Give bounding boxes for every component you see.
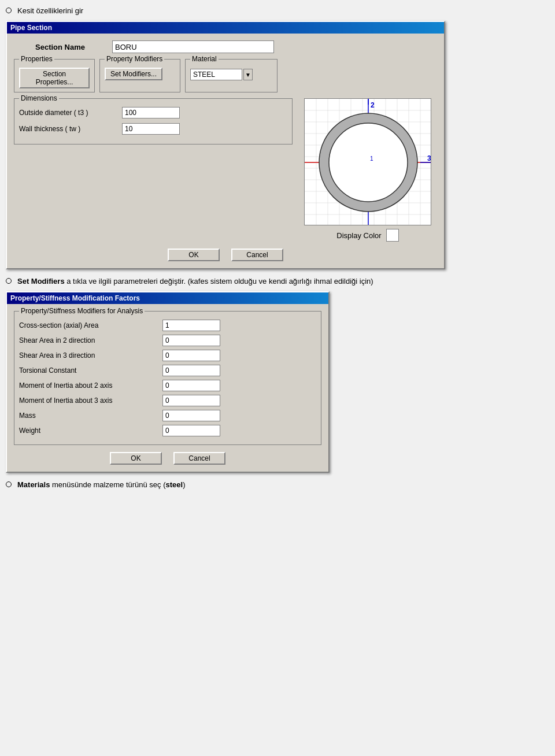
section-name-label: Section Name xyxy=(14,43,106,51)
pipe-dialog-body: Section Name Properties Section Properti… xyxy=(7,34,444,268)
cross-section-svg: 3 2 1 xyxy=(305,99,431,225)
stiff-input-0[interactable] xyxy=(162,320,220,331)
stiff-row-5: Moment of Inertia about 3 axis xyxy=(19,395,316,406)
svg-text:1: 1 xyxy=(370,155,373,162)
stiff-row-3: Torsional Constant xyxy=(19,365,316,376)
stiff-label-4: Moment of Inertia about 2 axis xyxy=(19,381,158,390)
properties-group-title: Properties xyxy=(19,55,54,63)
dimensions-group: Dimensions Outside diameter ( t3 ) Wall … xyxy=(14,98,293,144)
stiff-label-6: Mass xyxy=(19,412,158,420)
stiffness-group-title: Property/Stiffness Modifiers for Analysi… xyxy=(19,307,145,315)
left-panel: Dimensions Outside diameter ( t3 ) Wall … xyxy=(14,98,293,242)
stiff-label-7: Weight xyxy=(19,427,158,435)
cross-section-canvas: 3 2 1 xyxy=(304,98,431,225)
dim-row-0: Outside diameter ( t3 ) xyxy=(19,107,287,118)
stiff-row-4: Moment of Inertia about 2 axis xyxy=(19,380,316,391)
materials-bold: Materials xyxy=(17,480,50,489)
stiffness-cancel-button[interactable]: Cancel xyxy=(173,452,225,465)
stiff-label-0: Cross-section (axial) Area xyxy=(19,321,158,329)
dim-label-0: Outside diameter ( t3 ) xyxy=(19,109,117,117)
pipe-button-row: OK Cancel xyxy=(14,249,437,261)
pipe-section-dialog: Pipe Section Section Name Properties Sec… xyxy=(6,21,445,269)
material-select-container: ▼ xyxy=(190,69,272,80)
stiffness-dialog: Property/Stiffness Modification Factors … xyxy=(6,291,330,473)
dim-row-1: Wall thickness ( tw ) xyxy=(19,123,287,135)
dimensions-title: Dimensions xyxy=(19,94,59,102)
stiffness-dialog-body: Property/Stiffness Modifiers for Analysi… xyxy=(7,304,328,472)
material-group: Material ▼ xyxy=(185,59,278,92)
bullet-item-3: Materials menüsünde malzeme türünü seç (… xyxy=(6,480,549,490)
bullet-text-3: Materials menüsünde malzeme türünü seç (… xyxy=(17,480,186,490)
main-content: Dimensions Outside diameter ( t3 ) Wall … xyxy=(14,98,437,242)
section-properties-button[interactable]: Section Properties... xyxy=(19,68,90,88)
dim-input-0[interactable] xyxy=(122,107,180,118)
svg-text:3: 3 xyxy=(427,154,431,162)
stiff-row-2: Shear Area in 3 direction xyxy=(19,350,316,361)
material-dropdown-arrow[interactable]: ▼ xyxy=(243,69,253,80)
right-panel: 3 2 1 Display Color xyxy=(298,98,437,242)
pipe-dialog-title: Pipe Section xyxy=(10,24,52,32)
bullet-text-2: Set Modifiers a tıkla ve ilgili parametr… xyxy=(17,276,373,287)
stiffness-ok-button[interactable]: OK xyxy=(110,452,162,465)
stiff-label-2: Shear Area in 3 direction xyxy=(19,351,158,360)
stiff-input-6[interactable] xyxy=(162,410,220,421)
stiff-label-5: Moment of Inertia about 3 axis xyxy=(19,396,158,405)
bullet-text-1: Kesit özelliklerini gir xyxy=(17,6,83,16)
svg-point-23 xyxy=(329,123,408,202)
stiff-row-6: Mass xyxy=(19,410,316,421)
modifiers-group-title: Property Modifiers xyxy=(105,55,164,63)
material-select-input[interactable] xyxy=(190,69,242,80)
groups-row: Properties Section Properties... Propert… xyxy=(14,59,437,92)
stiff-label-1: Shear Area in 2 direction xyxy=(19,336,158,344)
dim-input-1[interactable] xyxy=(122,123,180,135)
properties-group: Properties Section Properties... xyxy=(14,59,95,92)
bullet-circle-3 xyxy=(6,481,12,487)
bullet-circle-1 xyxy=(6,8,12,13)
pipe-cancel-button[interactable]: Cancel xyxy=(231,249,283,261)
steel-bold: steel xyxy=(166,480,183,489)
pipe-ok-button[interactable]: OK xyxy=(168,249,220,261)
stiff-input-7[interactable] xyxy=(162,425,220,436)
bullet-circle-2 xyxy=(6,278,12,284)
svg-text:2: 2 xyxy=(371,101,375,109)
stiffness-dialog-titlebar: Property/Stiffness Modification Factors xyxy=(7,292,328,304)
stiffness-dialog-title: Property/Stiffness Modification Factors xyxy=(10,294,140,302)
stiff-input-2[interactable] xyxy=(162,350,220,361)
stiff-label-3: Torsional Constant xyxy=(19,366,158,375)
bullet-item-2: Set Modifiers a tıkla ve ilgili parametr… xyxy=(6,276,549,287)
stiffness-group: Property/Stiffness Modifiers for Analysi… xyxy=(14,311,321,445)
stiff-input-3[interactable] xyxy=(162,365,220,376)
bullet-item-1: Kesit özelliklerini gir xyxy=(6,6,549,16)
section-name-row: Section Name xyxy=(14,40,437,53)
dim-label-1: Wall thickness ( tw ) xyxy=(19,125,117,133)
color-box[interactable] xyxy=(386,229,399,242)
set-modifiers-button[interactable]: Set Modifiers... xyxy=(105,68,162,80)
stiff-input-5[interactable] xyxy=(162,395,220,406)
stiff-input-4[interactable] xyxy=(162,380,220,391)
modifiers-group: Property Modifiers Set Modifiers... xyxy=(99,59,180,92)
stiff-row-1: Shear Area in 2 direction xyxy=(19,335,316,346)
set-modifiers-bold: Set Modifiers xyxy=(17,277,65,286)
stiff-row-0: Cross-section (axial) Area xyxy=(19,320,316,331)
display-color-row: Display Color xyxy=(336,229,398,242)
pipe-dialog-titlebar: Pipe Section xyxy=(7,22,444,34)
stiff-input-1[interactable] xyxy=(162,335,220,346)
material-group-title: Material xyxy=(190,55,219,63)
display-color-label: Display Color xyxy=(336,231,381,240)
section-name-input[interactable] xyxy=(112,40,274,53)
stiff-row-7: Weight xyxy=(19,425,316,436)
stiffness-button-row: OK Cancel xyxy=(14,452,321,465)
